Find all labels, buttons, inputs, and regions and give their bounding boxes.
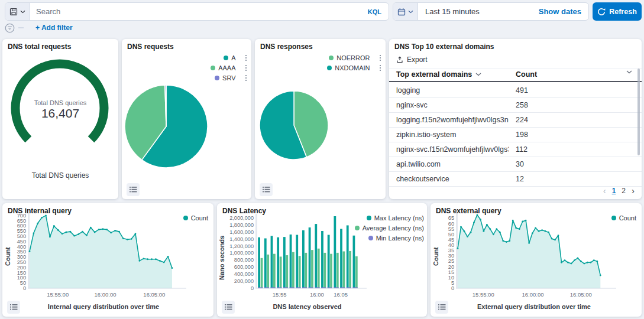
table-row: logging.f15n2womfujehfjlwv0lgs3nog....22… bbox=[389, 113, 642, 128]
panel-dns-external-query: DNS external query 051015202530354045505… bbox=[431, 203, 642, 317]
list-icon bbox=[10, 304, 18, 311]
svg-text:15: 15 bbox=[448, 269, 454, 275]
legend-label: Count bbox=[191, 214, 208, 222]
show-dates-link[interactable]: Show dates bbox=[539, 7, 588, 16]
svg-text:350: 350 bbox=[17, 249, 26, 255]
legend-item[interactable]: Count bbox=[611, 214, 636, 222]
export-button[interactable]: Export bbox=[396, 56, 428, 64]
legend-item[interactable]: Min Latency (ns) bbox=[355, 235, 424, 242]
cell-domain: logging bbox=[396, 86, 509, 95]
filter-row: + Add filter bbox=[5, 22, 73, 33]
svg-text:25: 25 bbox=[448, 258, 454, 264]
table-row: api.twilio.com30 bbox=[389, 157, 642, 172]
legend-item-menu-icon[interactable] bbox=[380, 65, 381, 71]
gauge-value: 16,407 bbox=[2, 106, 118, 121]
svg-text:100: 100 bbox=[17, 275, 26, 281]
legend-dot bbox=[327, 66, 332, 70]
add-filter-button[interactable]: + Add filter bbox=[35, 24, 73, 32]
legend-dot bbox=[215, 76, 219, 80]
svg-text:1,000,000: 1,000,000 bbox=[229, 250, 254, 256]
svg-text:0: 0 bbox=[23, 285, 26, 291]
chart-legend: Count bbox=[611, 214, 636, 222]
pagination-prev-icon[interactable]: ‹ bbox=[603, 187, 606, 194]
chevron-down-icon bbox=[408, 10, 413, 14]
refresh-button[interactable]: Refresh bbox=[593, 2, 642, 21]
column-header-domains[interactable]: Top external domains bbox=[396, 70, 481, 79]
calendar-icon bbox=[397, 8, 406, 16]
chart-legend: NOERRORNXDOMAIN bbox=[327, 54, 381, 71]
list-icon bbox=[263, 186, 270, 193]
legend-item[interactable]: Max Latency (ns) bbox=[355, 214, 424, 222]
table-scrollbar[interactable] bbox=[637, 69, 640, 155]
pagination-next-icon[interactable]: › bbox=[632, 187, 635, 194]
svg-text:40: 40 bbox=[448, 242, 454, 248]
x-axis-title: External query distribution over time bbox=[454, 303, 614, 310]
legend-item-menu-icon[interactable] bbox=[245, 55, 247, 61]
column-header-count-menu[interactable] bbox=[626, 70, 632, 74]
date-picker-menu-button[interactable] bbox=[393, 3, 418, 20]
legend-item[interactable]: NOERROR bbox=[327, 54, 381, 61]
legend-list-button[interactable] bbox=[222, 301, 235, 314]
legend-item[interactable]: Count bbox=[183, 214, 208, 222]
cell-domain: nginx-svc bbox=[396, 101, 509, 109]
svg-text:250: 250 bbox=[17, 259, 26, 265]
svg-text:65: 65 bbox=[448, 215, 454, 221]
legend-dot bbox=[183, 216, 188, 220]
svg-text:16:05:00: 16:05:00 bbox=[570, 291, 592, 298]
filter-menu-icon[interactable] bbox=[5, 23, 15, 33]
legend-item-menu-icon[interactable] bbox=[245, 65, 247, 71]
legend-item-menu-icon[interactable] bbox=[380, 55, 381, 61]
search-input[interactable] bbox=[30, 7, 361, 16]
svg-text:800,000: 800,000 bbox=[234, 257, 254, 263]
area-chart[interactable]: 0501001502002503003504004505005506006507… bbox=[2, 203, 213, 317]
legend-item[interactable]: SRV bbox=[211, 74, 247, 82]
table-header: Top external domains Count bbox=[389, 69, 642, 82]
legend-list-button[interactable] bbox=[435, 301, 448, 314]
legend-list-button[interactable] bbox=[127, 183, 140, 196]
chart-legend: Count bbox=[183, 214, 208, 222]
legend-item[interactable]: Average Latency (ns) bbox=[355, 224, 424, 232]
svg-text:15:55:00: 15:55:00 bbox=[473, 291, 494, 298]
pagination-page-2[interactable]: 2 bbox=[622, 187, 626, 195]
date-picker: Last 15 minutes Show dates bbox=[393, 2, 589, 21]
panel-title: DNS internal query bbox=[8, 207, 72, 215]
legend-list-button[interactable] bbox=[7, 301, 20, 314]
x-axis-title: Internal query distribution over time bbox=[26, 303, 181, 310]
svg-text:550: 550 bbox=[17, 228, 26, 234]
kql-badge[interactable]: KQL bbox=[361, 8, 389, 15]
svg-text:35: 35 bbox=[448, 248, 454, 253]
chevron-down-icon bbox=[475, 73, 481, 76]
legend-label: Average Latency (ns) bbox=[363, 224, 424, 232]
area-chart[interactable]: 0510152025303540455055606515:55:0016:00:… bbox=[431, 203, 642, 317]
time-range-label[interactable]: Last 15 minutes bbox=[418, 7, 539, 16]
table-row: nginx-svc258 bbox=[389, 98, 642, 113]
svg-text:50: 50 bbox=[448, 232, 454, 237]
cell-domain: logging.f15n2womfujehfjlwv0lgs3nog.... bbox=[396, 116, 509, 124]
svg-text:600: 600 bbox=[17, 223, 26, 229]
legend-label: A bbox=[231, 54, 235, 61]
column-header-count[interactable]: Count bbox=[516, 70, 537, 79]
legend-item[interactable]: NXDOMAIN bbox=[327, 64, 381, 71]
legend-item-menu-icon[interactable] bbox=[245, 75, 247, 82]
panel-title: DNS Top 10 external domains bbox=[394, 43, 494, 51]
svg-text:1,200,000: 1,200,000 bbox=[229, 243, 254, 249]
svg-text:16:00:00: 16:00:00 bbox=[522, 291, 544, 298]
y-axis-title: Nano seconds bbox=[218, 224, 225, 292]
list-icon bbox=[130, 186, 137, 193]
saved-query-menu-button[interactable] bbox=[5, 3, 30, 20]
top-bar: KQL Last 15 minutes Show dates Refresh bbox=[0, 0, 644, 24]
legend-dot bbox=[355, 226, 360, 230]
legend-item[interactable]: A bbox=[211, 54, 247, 61]
panel-title: DNS total requests bbox=[8, 43, 71, 51]
panel-dns-latency: DNS Latency 0200,000400,000600,000800,00… bbox=[217, 203, 427, 317]
column-header-label: Count bbox=[516, 70, 537, 79]
legend-dot bbox=[211, 66, 215, 70]
table-row: nginx-svc.f15n2womfujehfjlwv0lgs3no...11… bbox=[389, 142, 642, 157]
list-icon bbox=[225, 304, 232, 311]
svg-text:1,400,000: 1,400,000 bbox=[229, 236, 254, 242]
legend-item[interactable]: AAAA bbox=[211, 64, 247, 71]
pagination-page-1[interactable]: 1 bbox=[612, 187, 616, 195]
legend-list-button[interactable] bbox=[260, 183, 273, 196]
legend-dot bbox=[329, 56, 334, 60]
svg-text:2,000,000: 2,000,000 bbox=[229, 215, 254, 221]
